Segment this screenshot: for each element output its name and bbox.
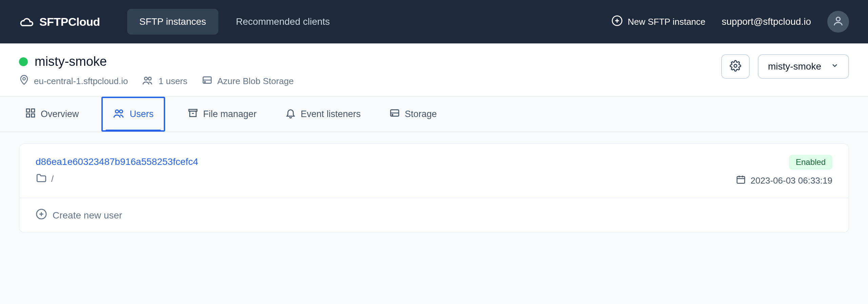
avatar[interactable]	[827, 11, 849, 33]
tab-label: File manager	[203, 109, 257, 119]
instance-storage-type: Azure Blob Storage	[202, 75, 294, 88]
grid-icon	[25, 108, 36, 121]
bell-icon	[285, 108, 296, 121]
calendar-icon	[736, 174, 746, 187]
user-left: d86ea1e60323487b916a558253fcefc4 /	[36, 156, 198, 185]
user-date: 2023-06-03 06:33:19	[736, 174, 832, 187]
logo[interactable]: SFTPCloud	[19, 15, 100, 28]
create-user-button[interactable]: Create new user	[19, 198, 849, 232]
top-header: SFTPCloud SFTP instances Recommended cli…	[0, 0, 868, 43]
cloud-icon	[19, 15, 35, 28]
tab-overview[interactable]: Overview	[19, 97, 85, 132]
svg-point-3	[145, 77, 148, 80]
instance-title-row: misty-smoke	[19, 54, 294, 69]
svg-point-13	[119, 110, 122, 113]
users-text: 1 users	[158, 76, 187, 87]
new-instance-label: New SFTP instance	[628, 17, 705, 27]
svg-point-12	[115, 110, 118, 113]
nav-recommended-clients[interactable]: Recommended clients	[224, 9, 342, 35]
instance-users: 1 users	[142, 75, 187, 88]
main-nav: SFTP instances Recommended clients	[127, 9, 342, 35]
svg-rect-18	[737, 176, 745, 183]
tabs-section: 1. Click on the "Users" tab Overview Use…	[0, 97, 868, 132]
date-text: 2023-06-03 06:33:19	[751, 175, 832, 186]
instance-host: eu-central-1.sftpcloud.io	[19, 75, 128, 88]
plus-circle-icon	[36, 208, 47, 222]
svg-point-17	[392, 114, 393, 115]
user-icon	[832, 15, 844, 28]
settings-button[interactable]	[721, 54, 750, 79]
disk-icon	[202, 75, 213, 88]
tab-label: Event listeners	[301, 109, 361, 119]
chevron-down-icon	[831, 61, 839, 72]
users-card: d86ea1e60323487b916a558253fcefc4 / Enabl…	[19, 144, 849, 233]
instance-dropdown[interactable]: misty-smoke	[758, 54, 849, 79]
user-id-link[interactable]: d86ea1e60323487b916a558253fcefc4	[36, 156, 198, 167]
tab-file-manager[interactable]: File manager	[181, 97, 263, 132]
tabs: Overview Users File manager	[0, 97, 868, 132]
location-icon	[19, 75, 29, 88]
path-text: /	[51, 174, 54, 184]
svg-point-7	[734, 64, 737, 68]
gear-icon	[730, 60, 741, 73]
user-right: Enabled 2023-06-03 06:33:19	[736, 155, 832, 187]
instance-actions: misty-smoke	[721, 54, 849, 79]
content-wrap: 2. Click on the first user d86ea1e603234…	[0, 144, 868, 233]
plus-circle-icon	[611, 15, 623, 29]
status-badge: Enabled	[789, 155, 832, 170]
svg-point-4	[149, 77, 152, 80]
folder-icon	[36, 173, 47, 185]
instance-meta: eu-central-1.sftpcloud.io 1 users Azu	[19, 75, 294, 88]
svg-rect-10	[26, 114, 29, 117]
users-icon	[142, 75, 154, 88]
disk-icon	[389, 108, 400, 120]
user-path: /	[36, 173, 198, 185]
nav-label: Recommended clients	[236, 16, 330, 27]
instance-bar: misty-smoke eu-central-1.sftpcloud.io	[0, 43, 868, 97]
instance-name: misty-smoke	[35, 54, 107, 69]
archive-icon	[188, 108, 198, 121]
svg-rect-9	[32, 109, 35, 112]
header-right: New SFTP instance support@sftpcloud.io	[611, 11, 849, 33]
svg-rect-8	[26, 109, 29, 112]
host-text: eu-central-1.sftpcloud.io	[34, 76, 128, 87]
svg-point-2	[23, 78, 25, 80]
status-dot-icon	[19, 57, 28, 66]
dropdown-label: misty-smoke	[768, 61, 821, 72]
svg-point-1	[836, 17, 840, 21]
logo-text: SFTPCloud	[39, 15, 100, 28]
storage-text: Azure Blob Storage	[217, 76, 294, 87]
new-sftp-instance-button[interactable]: New SFTP instance	[611, 15, 705, 29]
user-row[interactable]: d86ea1e60323487b916a558253fcefc4 / Enabl…	[19, 144, 849, 198]
tab-label: Overview	[41, 109, 79, 119]
tab-storage[interactable]: Storage	[383, 97, 443, 132]
instance-info: misty-smoke eu-central-1.sftpcloud.io	[19, 54, 294, 88]
tab-users[interactable]: Users	[101, 97, 165, 132]
support-email[interactable]: support@sftpcloud.io	[722, 16, 811, 27]
nav-sftp-instances[interactable]: SFTP instances	[127, 9, 218, 35]
tab-label: Users	[130, 109, 154, 119]
nav-label: SFTP instances	[139, 16, 206, 27]
users-icon	[113, 108, 125, 121]
tab-event-listeners[interactable]: Event listeners	[279, 97, 367, 132]
svg-point-6	[204, 81, 205, 82]
create-user-label: Create new user	[53, 210, 122, 221]
tab-label: Storage	[405, 109, 437, 119]
svg-rect-11	[32, 114, 35, 117]
